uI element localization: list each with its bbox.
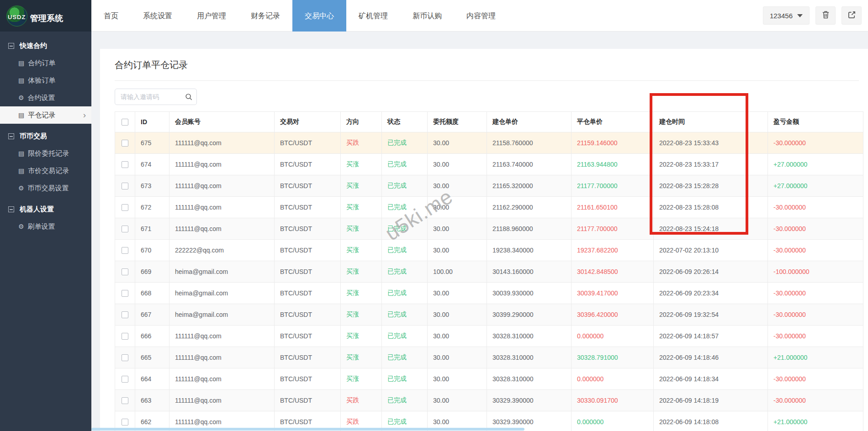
status-cell: 已完成 xyxy=(382,390,428,411)
row-checkbox[interactable] xyxy=(122,268,128,275)
nav-item-6[interactable]: 新币认购 xyxy=(400,0,454,32)
sidebar-item-label: 刷单设置 xyxy=(28,222,55,231)
table-row: 669heima@gmail.comBTC/USDT买涨已完成100.00301… xyxy=(115,261,863,283)
collapse-minus-icon[interactable] xyxy=(8,133,14,139)
open-price-cell: 21162.290000 xyxy=(487,197,572,218)
row-checkbox[interactable] xyxy=(122,161,128,168)
close-price-cell: 21163.944800 xyxy=(572,154,654,175)
sidebar-group-title-2[interactable]: 机器人设置 xyxy=(0,200,91,218)
account-cell: 111111@qq.com xyxy=(169,390,275,411)
open-time-cell: 2022-07-02 20:13:10 xyxy=(654,240,768,261)
nav-item-3[interactable]: 财务记录 xyxy=(238,0,292,32)
nav-item-1[interactable]: 系统设置 xyxy=(131,0,185,32)
row-checkbox-cell xyxy=(115,326,135,347)
sidebar-item-0-2[interactable]: ⚙合约设置 xyxy=(0,89,91,106)
nav-item-7[interactable]: 内容管理 xyxy=(454,0,508,32)
account-cell: 111111@qq.com xyxy=(169,218,275,240)
gear-icon: ⚙ xyxy=(18,223,24,230)
amount-cell: 30.00 xyxy=(428,218,487,240)
amount-cell: 30.00 xyxy=(428,326,487,347)
table-row: 673111111@qq.comBTC/USDT买涨已完成30.0021165.… xyxy=(115,175,863,197)
records-table: ID会员账号交易对方向状态委托额度建仓单价平仓单价建仓时间盈亏金额 675111… xyxy=(115,111,863,431)
open-time-cell: 2022-08-23 15:28:08 xyxy=(654,197,768,218)
sidebar-item-2-0[interactable]: ⚙刷单设置 xyxy=(0,218,91,235)
row-checkbox[interactable] xyxy=(122,419,128,426)
row-checkbox[interactable] xyxy=(122,333,128,340)
id-cell: 671 xyxy=(135,218,169,240)
direction-cell: 买涨 xyxy=(341,261,382,283)
profit-cell: +21.000000 xyxy=(768,411,863,431)
open-price-cell: 21158.760000 xyxy=(487,132,572,154)
nav-item-2[interactable]: 用户管理 xyxy=(185,0,238,32)
row-checkbox[interactable] xyxy=(122,226,128,232)
pair-cell: BTC/USDT xyxy=(275,132,341,154)
row-checkbox[interactable] xyxy=(122,247,128,254)
row-checkbox[interactable] xyxy=(122,311,128,318)
direction-cell: 买涨 xyxy=(341,283,382,304)
column-header-8: 建仓时间 xyxy=(654,112,768,132)
table-header-row: ID会员账号交易对方向状态委托额度建仓单价平仓单价建仓时间盈亏金额 xyxy=(115,112,863,132)
amount-cell: 30.00 xyxy=(428,283,487,304)
open-price-cell: 30328.310000 xyxy=(487,347,572,368)
row-checkbox[interactable] xyxy=(122,354,128,361)
profit-cell: +27.000000 xyxy=(768,154,863,175)
account-cell: 111111@qq.com xyxy=(169,326,275,347)
row-checkbox[interactable] xyxy=(122,183,128,189)
sidebar-group-0: 快速合约▤合约订单▤体验订单⚙合约设置▤平仓记录› xyxy=(0,37,91,124)
logout-export-icon xyxy=(847,11,856,21)
nav-item-0[interactable]: 首页 xyxy=(91,0,131,32)
logo-title: 管理系统 xyxy=(30,13,63,24)
open-time-cell: 2022-08-23 15:33:43 xyxy=(654,132,768,154)
direction-cell: 买跌 xyxy=(341,390,382,411)
sidebar-item-0-1[interactable]: ▤体验订单 xyxy=(0,72,91,89)
sidebar-item-0-3[interactable]: ▤平仓记录› xyxy=(0,106,91,124)
logout-button[interactable] xyxy=(842,6,862,25)
search-icon[interactable] xyxy=(185,93,193,103)
pair-cell: BTC/USDT xyxy=(275,175,341,197)
user-menu-button[interactable]: 123456 xyxy=(763,6,810,25)
close-price-cell: 0.000000 xyxy=(572,368,654,390)
open-price-cell: 30039.930000 xyxy=(487,283,572,304)
row-checkbox[interactable] xyxy=(122,290,128,297)
row-checkbox[interactable] xyxy=(122,397,128,404)
sidebar-group-2: 机器人设置⚙刷单设置 xyxy=(0,200,91,235)
open-price-cell: 21163.740000 xyxy=(487,154,572,175)
nav-item-4[interactable]: 交易中心 xyxy=(292,0,346,32)
collapse-minus-icon[interactable] xyxy=(8,43,14,49)
sidebar-group-title-1[interactable]: 币币交易 xyxy=(0,127,91,145)
logo: USDZ 管理系统 xyxy=(0,0,91,32)
id-cell: 670 xyxy=(135,240,169,261)
header-checkbox-cell xyxy=(115,112,135,132)
sidebar-item-1-2[interactable]: ⚙币币交易设置 xyxy=(0,179,91,197)
open-time-cell: 2022-08-23 15:28:28 xyxy=(654,175,768,197)
sidebar-group-title-0[interactable]: 快速合约 xyxy=(0,37,91,54)
pair-cell: BTC/USDT xyxy=(275,368,341,390)
close-price-cell: 30142.848500 xyxy=(572,261,654,283)
sidebar-item-1-0[interactable]: ▤限价委托记录 xyxy=(0,145,91,162)
profit-cell: -100.000000 xyxy=(768,261,863,283)
close-price-cell: 21161.650100 xyxy=(572,197,654,218)
sidebar-item-0-0[interactable]: ▤合约订单 xyxy=(0,54,91,72)
id-cell: 666 xyxy=(135,326,169,347)
row-checkbox[interactable] xyxy=(122,376,128,383)
open-price-cell: 30143.160000 xyxy=(487,261,572,283)
nav-item-5[interactable]: 矿机管理 xyxy=(346,0,400,32)
select-all-checkbox[interactable] xyxy=(122,119,128,126)
table-row: 665111111@qq.comBTC/USDT买涨已完成30.0030328.… xyxy=(115,347,863,368)
sidebar-item-1-1[interactable]: ▤市价交易记录 xyxy=(0,162,91,179)
direction-cell: 买涨 xyxy=(341,304,382,326)
row-checkbox[interactable] xyxy=(122,140,128,147)
id-cell: 672 xyxy=(135,197,169,218)
collapse-minus-icon[interactable] xyxy=(8,206,14,212)
row-checkbox[interactable] xyxy=(122,204,128,211)
amount-cell: 30.00 xyxy=(428,132,487,154)
direction-cell: 买涨 xyxy=(341,218,382,240)
open-time-cell: 2022-06-09 14:18:19 xyxy=(654,390,768,411)
status-cell: 已完成 xyxy=(382,283,428,304)
trash-button[interactable] xyxy=(815,6,836,25)
id-cell: 667 xyxy=(135,304,169,326)
horizontal-scrollbar[interactable] xyxy=(91,428,524,431)
profit-cell: -30.000000 xyxy=(768,390,863,411)
table-row: 668heima@gmail.comBTC/USDT买涨已完成30.003003… xyxy=(115,283,863,304)
sidebar-item-label: 币币交易设置 xyxy=(28,184,69,193)
